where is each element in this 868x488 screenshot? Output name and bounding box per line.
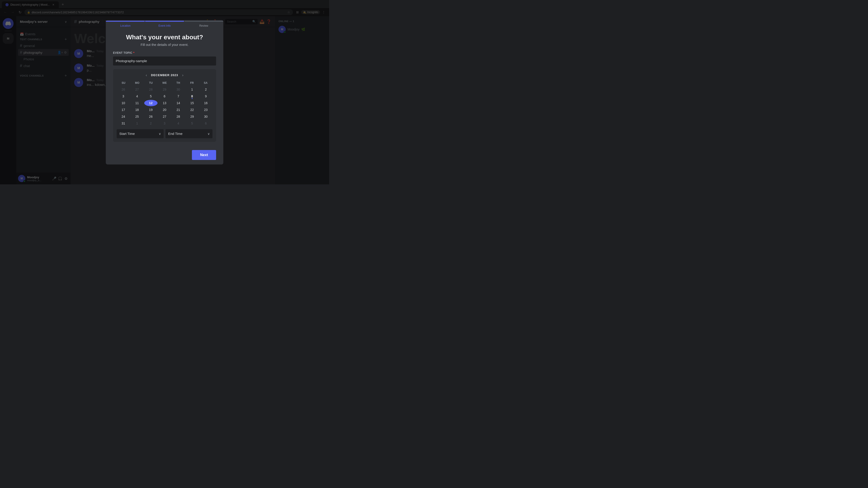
calendar-container: ‹ DECEMBER 2023 › SU MO TU WE TH FR SA [113,69,216,142]
modal-steps [106,20,223,22]
calendar-month-label: DECEMBER 2023 [151,73,178,77]
cal-day-dec25[interactable]: 25 [130,113,144,120]
cal-day-dec14[interactable]: 14 [172,100,185,106]
weekday-sa: SA [199,80,213,86]
step-label-review: Review [184,24,223,30]
cal-day-jan4[interactable]: 4 [172,120,185,127]
cal-day-dec29[interactable]: 29 [185,113,199,120]
step-label-location: Location [106,24,145,30]
event-modal: Location Event Info Review What's your e… [106,20,223,164]
cal-day-jan6[interactable]: 6 [199,120,213,127]
cal-day-jan1[interactable]: 1 [130,120,144,127]
modal-body: What's your event about? Fill out the de… [106,30,223,147]
cal-day-dec11[interactable]: 11 [130,100,144,106]
modal-overlay: Location Event Info Review What's your e… [0,0,329,184]
cal-day-dec31[interactable]: 31 [117,120,130,127]
cal-day-dec12[interactable]: 12 [144,100,158,106]
required-indicator: * [133,51,134,55]
step-label-event-info: Event Info [145,24,184,30]
end-time-chevron-icon: ∨ [208,132,210,135]
cal-day-dec1[interactable]: 1 [185,86,199,93]
cal-day-jan3[interactable]: 3 [158,120,171,127]
calendar-days: 26 27 28 29 30 1 2 3 4 5 6 7 [117,86,213,127]
cal-day-dec15[interactable]: 15 [185,100,199,106]
cal-day-nov29[interactable]: 29 [158,86,171,93]
cal-day-dec26[interactable]: 26 [144,113,158,120]
start-time-chevron-icon: ∨ [159,132,161,135]
cal-day-nov27[interactable]: 27 [130,86,144,93]
cal-day-jan5[interactable]: 5 [185,120,199,127]
weekday-th: TH [171,80,185,86]
calendar-prev-button[interactable]: ‹ [145,73,148,78]
calendar-header: ‹ DECEMBER 2023 › [117,73,213,78]
end-time-dropdown[interactable]: End Time ∨ [165,129,213,138]
cal-day-dec24[interactable]: 24 [117,113,130,120]
cal-day-dec21[interactable]: 21 [172,107,185,113]
end-time-label: End Time [168,132,182,135]
cal-day-dec22[interactable]: 22 [185,107,199,113]
cal-day-dec13[interactable]: 13 [158,100,171,106]
cal-day-dec28[interactable]: 28 [172,113,185,120]
cal-day-jan2[interactable]: 2 [144,120,158,127]
cal-day-dec8[interactable]: 8 [185,93,199,99]
cal-day-dec20[interactable]: 20 [158,107,171,113]
modal-subtitle: Fill out the details of your event. [113,43,216,46]
cal-day-dec5[interactable]: 5 [144,93,158,99]
cal-day-dec4[interactable]: 4 [130,93,144,99]
calendar-grid: SU MO TU WE TH FR SA 26 27 28 [117,80,213,127]
cal-day-nov26[interactable]: 26 [117,86,130,93]
step-bar-event-info [145,21,184,22]
step-bar-review [184,21,223,22]
modal-footer: Next [106,147,223,164]
weekday-mo: MO [130,80,144,86]
weekday-su: SU [117,80,130,86]
weekday-tu: TU [144,80,158,86]
cal-day-dec6[interactable]: 6 [158,93,171,99]
start-time-label: Start Time [119,132,135,135]
weekday-fr: FR [185,80,199,86]
calendar-next-button[interactable]: › [181,73,185,78]
cal-day-dec23[interactable]: 23 [199,107,213,113]
weekday-we: WE [158,80,172,86]
cal-day-dec16[interactable]: 16 [199,100,213,106]
step-labels: Location Event Info Review [106,22,223,30]
cal-day-dec18[interactable]: 18 [130,107,144,113]
cal-day-dec7[interactable]: 7 [172,93,185,99]
modal-title: What's your event about? [113,34,216,41]
event-topic-input[interactable] [113,57,216,66]
cal-day-dec27[interactable]: 27 [158,113,171,120]
cal-day-dec30[interactable]: 30 [199,113,213,120]
next-button[interactable]: Next [192,150,216,160]
step-bar-location [106,21,145,22]
cal-day-dec10[interactable]: 10 [117,100,130,106]
time-row: Start Time ∨ End Time ∨ [117,129,213,138]
calendar-weekdays: SU MO TU WE TH FR SA [117,80,213,86]
cal-day-dec3[interactable]: 3 [117,93,130,99]
cal-day-dec9[interactable]: 9 [199,93,213,99]
start-time-dropdown[interactable]: Start Time ∨ [117,129,164,138]
cal-day-nov30[interactable]: 30 [172,86,185,93]
event-topic-label: EVENT TOPIC * [113,51,216,55]
cal-day-dec2[interactable]: 2 [199,86,213,93]
discord-app: M Moodjoy's server ∨ 📅 Events TEXT CHANN… [0,16,329,184]
cal-day-nov28[interactable]: 28 [144,86,158,93]
cal-day-dec17[interactable]: 17 [117,107,130,113]
cal-day-dec19[interactable]: 19 [144,107,158,113]
